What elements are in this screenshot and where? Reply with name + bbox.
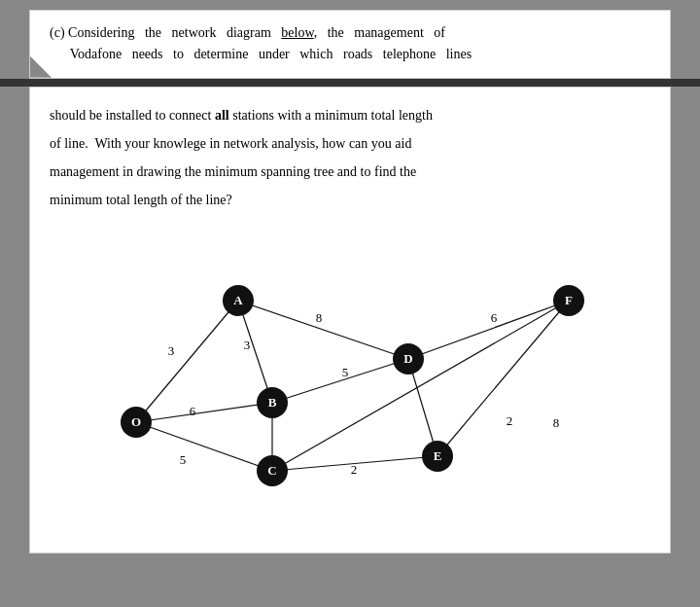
bottom-line-1: should be installed to connect all stati… xyxy=(50,103,650,127)
bottom-line-3: management in drawing the minimum spanni… xyxy=(50,160,650,184)
edge-label-OA: 3 xyxy=(168,343,175,358)
graph-container: 3 6 5 3 8 5 2 6 2 8 O A B C D E F xyxy=(78,232,622,505)
svg-line-0 xyxy=(136,301,238,422)
node-F: F xyxy=(553,285,584,316)
svg-line-4 xyxy=(238,301,408,359)
edge-label-EF-2: 2 xyxy=(507,413,513,428)
edge-label-AD: 8 xyxy=(316,310,323,325)
edge-label-OC: 5 xyxy=(180,452,187,467)
bottom-card: should be installed to connect all stati… xyxy=(29,87,671,553)
node-A: A xyxy=(223,285,254,316)
node-D: D xyxy=(393,343,424,375)
edge-label-AB: 3 xyxy=(244,338,251,352)
svg-line-2 xyxy=(136,422,272,471)
edge-label-CE: 2 xyxy=(351,462,358,477)
node-E: E xyxy=(422,441,453,472)
top-card: (c) Considering the network diagram belo… xyxy=(29,10,671,79)
bottom-line-4: minimum total length of the line? xyxy=(50,188,650,212)
node-B: B xyxy=(257,387,288,418)
separator-bar xyxy=(0,79,700,87)
underline-below: below xyxy=(281,25,313,40)
top-card-text: (c) Considering the network diagram belo… xyxy=(50,22,650,66)
graph-svg: 3 6 5 3 8 5 2 6 2 8 xyxy=(78,232,622,505)
bold-all: all xyxy=(215,108,229,123)
svg-line-11 xyxy=(272,301,569,471)
svg-line-1 xyxy=(136,403,272,422)
edge-label-BD: 5 xyxy=(342,365,349,379)
svg-line-5 xyxy=(272,359,408,403)
edge-label-OB: 6 xyxy=(190,404,196,418)
edge-label-DF: 6 xyxy=(491,310,498,325)
node-O: O xyxy=(121,407,152,438)
bottom-line-2: of line. With your knowlege in network a… xyxy=(50,131,650,156)
fold-corner xyxy=(30,56,52,78)
node-C: C xyxy=(257,455,288,486)
edge-label-EF-8: 8 xyxy=(553,415,560,430)
